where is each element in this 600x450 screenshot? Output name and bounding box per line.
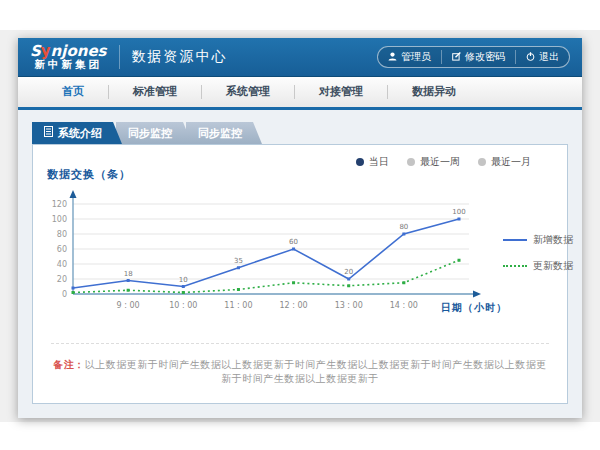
app-title: 数据资源中心	[132, 48, 228, 66]
data-point	[182, 291, 185, 294]
y-tick-label: 0	[62, 290, 67, 299]
nav-item-integration-mgmt[interactable]: 对接管理	[294, 85, 387, 99]
data-point	[347, 278, 350, 281]
data-point	[458, 218, 461, 221]
x-axis-title: 日期（小时）	[441, 301, 507, 315]
filter-today[interactable]: 当日	[356, 155, 389, 169]
data-point-label: 18	[124, 270, 133, 278]
x-tick-label: 10 : 00	[169, 301, 197, 310]
tab-sync-monitor-2-label: 同步监控	[198, 126, 242, 141]
y-tick-label: 20	[57, 275, 67, 284]
radio-dot-icon	[478, 158, 486, 166]
tab-system-intro[interactable]: 系统介绍	[32, 122, 122, 144]
data-point	[127, 279, 130, 282]
y-tick-label: 80	[57, 230, 67, 239]
change-password-button[interactable]: 修改密码	[441, 50, 515, 64]
main-nav: 首页 标准管理 系统管理 对接管理 数据异动	[18, 77, 582, 110]
logo-wordmark: Synjones	[30, 43, 107, 60]
footnote: 备注：以上数据更新于时间产生数据以上数据更新于时间产生数据以上数据更新于时间产生…	[51, 343, 549, 386]
period-filter-group: 当日 最近一周 最近一月	[356, 155, 531, 169]
nav-item-data-change[interactable]: 数据异动	[387, 85, 480, 99]
user-menu: 管理员 修改密码 退出	[377, 46, 570, 68]
data-point	[402, 233, 405, 236]
edit-icon	[452, 52, 461, 63]
y-axis-arrow-icon	[70, 190, 77, 198]
logout-button[interactable]: 退出	[515, 50, 569, 64]
data-point	[237, 266, 240, 269]
tab-sync-monitor-1-label: 同步监控	[128, 126, 172, 141]
nav-item-system-mgmt[interactable]: 系统管理	[201, 85, 294, 99]
filter-last-week[interactable]: 最近一周	[407, 155, 460, 169]
x-tick-label: 9 : 00	[117, 301, 140, 310]
content-area: 系统介绍 同步监控 同步监控 当日 最近一周	[18, 110, 582, 418]
admin-user-button[interactable]: 管理员	[378, 50, 441, 64]
exchange-chart: 0204060801001209 : 0010 : 0011 : 0012 : …	[43, 189, 495, 359]
footnote-prefix: 备注：	[53, 359, 85, 370]
nav-item-standard-mgmt[interactable]: 标准管理	[108, 85, 201, 99]
data-point	[72, 291, 75, 294]
footnote-text: 以上数据更新于时间产生数据以上数据更新于时间产生数据以上数据更新于时间产生数据以…	[85, 359, 547, 384]
tab-system-intro-label: 系统介绍	[58, 126, 102, 141]
y-tick-label: 100	[52, 215, 67, 224]
series-legend: 新增数据 更新数据	[503, 233, 573, 285]
logout-label: 退出	[539, 50, 559, 64]
data-point	[237, 288, 240, 291]
x-tick-label: 13 : 00	[335, 301, 363, 310]
legend-update-data-label: 更新数据	[533, 259, 573, 273]
filter-last-month-label: 最近一月	[491, 155, 531, 169]
x-tick-label: 11 : 00	[224, 301, 252, 310]
data-point	[458, 259, 461, 262]
x-axis-arrow-icon	[473, 291, 481, 298]
radio-dot-icon	[407, 158, 415, 166]
legend-update-data: 更新数据	[503, 259, 573, 273]
logo-pre: S	[30, 42, 41, 60]
data-point-label: 20	[344, 268, 353, 276]
data-point-label: 80	[399, 223, 408, 231]
logo-accent: y	[41, 42, 51, 60]
data-point-label: 10	[179, 276, 188, 284]
legend-new-data: 新增数据	[503, 233, 573, 247]
filter-last-month[interactable]: 最近一月	[478, 155, 531, 169]
filter-last-week-label: 最近一周	[420, 155, 460, 169]
app-header: Synjones 新中新集团 数据资源中心 管理员 修改密码	[18, 38, 582, 77]
power-icon	[526, 52, 535, 63]
tab-sync-monitor-1[interactable]: 同步监控	[116, 122, 192, 144]
document-icon	[44, 126, 53, 140]
user-icon	[388, 52, 397, 63]
legend-new-data-label: 新增数据	[533, 233, 573, 247]
tab-bar: 系统介绍 同步监控 同步监控	[32, 122, 568, 144]
data-point	[292, 281, 295, 284]
logo-cn-name: 新中新集团	[35, 59, 103, 71]
data-point-label: 60	[289, 238, 298, 246]
y-tick-label: 40	[57, 260, 67, 269]
y-tick-label: 60	[57, 245, 67, 254]
data-point	[292, 248, 295, 251]
data-point-label: 100	[452, 208, 465, 216]
header-divider	[119, 45, 120, 69]
admin-user-label: 管理员	[401, 50, 431, 64]
x-tick-label: 14 : 00	[390, 301, 418, 310]
data-point	[182, 285, 185, 288]
app-window: Synjones 新中新集团 数据资源中心 管理员 修改密码	[18, 38, 582, 418]
nav-item-home[interactable]: 首页	[38, 85, 108, 99]
x-tick-label: 12 : 00	[280, 301, 308, 310]
radio-dot-icon	[356, 158, 364, 166]
dotted-line-icon	[503, 265, 527, 267]
y-axis-title: 数据交换（条）	[47, 167, 131, 182]
data-point-label: 35	[234, 257, 243, 265]
tab-sync-monitor-2[interactable]: 同步监控	[186, 122, 262, 144]
y-tick-label: 120	[52, 200, 67, 209]
filter-today-label: 当日	[369, 155, 389, 169]
chart-panel: 当日 最近一周 最近一月 数据交换（条） 0204060801001209 : …	[32, 144, 568, 404]
company-logo: Synjones 新中新集团	[30, 43, 107, 71]
solid-line-icon	[503, 239, 527, 241]
data-point	[347, 284, 350, 287]
logo-post: njones	[51, 42, 107, 60]
data-point	[402, 281, 405, 284]
change-password-label: 修改密码	[465, 50, 505, 64]
data-point	[72, 287, 75, 290]
data-point	[127, 289, 130, 292]
